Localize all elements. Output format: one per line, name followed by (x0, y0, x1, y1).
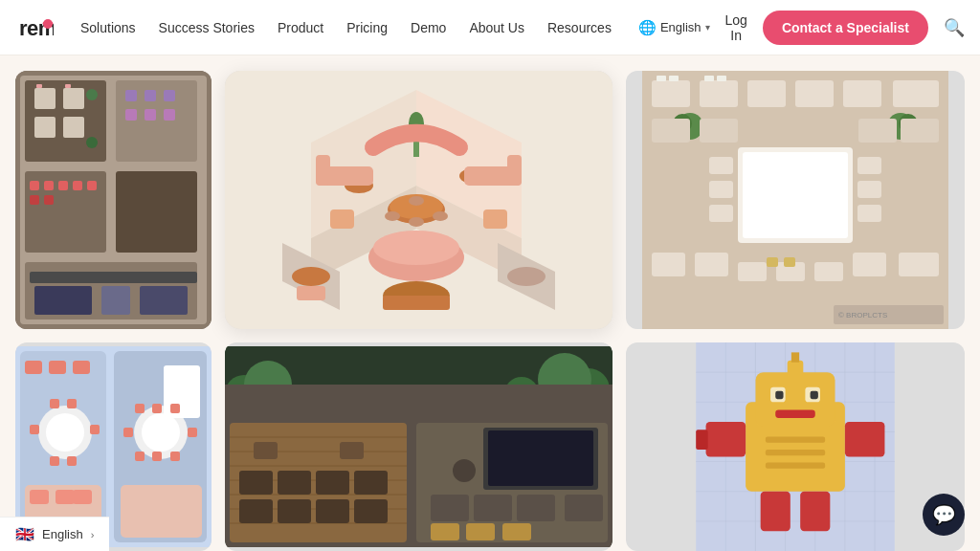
svg-rect-52 (316, 155, 330, 186)
svg-rect-193 (775, 410, 815, 418)
svg-point-41 (373, 231, 459, 265)
svg-rect-112 (50, 456, 59, 466)
svg-rect-61 (297, 286, 325, 300)
svg-rect-25 (44, 181, 54, 190)
nav-pricing[interactable]: Pricing (346, 20, 388, 35)
svg-rect-164 (517, 495, 555, 521)
svg-rect-90 (814, 262, 843, 281)
footer-language-bar[interactable]: 🇬🇧 English › (0, 517, 109, 551)
image-bottom-center[interactable] (225, 342, 612, 551)
content-grid: © BROPLCTS (0, 55, 980, 551)
svg-rect-121 (164, 365, 200, 418)
bottom-center-image (225, 342, 612, 551)
login-button[interactable]: Log In (725, 12, 747, 43)
chat-button[interactable]: 💬 (923, 494, 965, 536)
svg-rect-191 (775, 391, 783, 399)
svg-rect-103 (858, 119, 897, 143)
svg-rect-76 (704, 76, 714, 81)
svg-rect-198 (766, 437, 825, 443)
svg-rect-22 (145, 109, 156, 121)
logo[interactable]: rem (19, 11, 54, 45)
svg-point-60 (292, 267, 330, 286)
nav-success-stories[interactable]: Success Stories (159, 20, 255, 35)
svg-rect-161 (354, 499, 388, 523)
svg-rect-124 (170, 404, 180, 413)
svg-rect-125 (123, 428, 133, 437)
svg-rect-88 (738, 262, 767, 281)
svg-rect-54 (507, 155, 522, 186)
svg-rect-10 (34, 88, 56, 109)
svg-rect-98 (784, 257, 795, 267)
svg-rect-122 (135, 404, 145, 413)
svg-rect-101 (652, 119, 690, 143)
svg-rect-166 (254, 442, 278, 459)
nav-resources[interactable]: Resources (547, 20, 612, 35)
svg-rect-28 (87, 181, 97, 190)
nav-demo[interactable]: Demo (411, 20, 446, 35)
svg-point-16 (86, 89, 98, 100)
svg-text:© BROPLCTS: © BROPLCTS (838, 311, 887, 320)
svg-rect-85 (858, 205, 881, 222)
nav-about-us[interactable]: About Us (469, 20, 524, 35)
svg-rect-74 (657, 76, 666, 81)
nav-solutions[interactable]: Solutions (80, 20, 136, 35)
svg-rect-167 (340, 442, 364, 459)
image-top-left[interactable] (15, 71, 212, 329)
svg-rect-186 (706, 422, 746, 456)
svg-rect-83 (858, 157, 881, 174)
svg-rect-114 (30, 425, 39, 434)
chevron-down-icon: ▾ (705, 22, 710, 33)
svg-rect-15 (65, 84, 71, 88)
contact-specialist-button[interactable]: Contact a Specialist (763, 11, 928, 45)
svg-rect-197 (791, 352, 799, 362)
svg-point-45 (433, 211, 448, 221)
svg-rect-97 (767, 257, 778, 267)
svg-point-17 (86, 137, 98, 148)
svg-rect-86 (652, 253, 685, 276)
svg-rect-196 (788, 361, 804, 377)
svg-rect-195 (800, 492, 830, 532)
svg-rect-58 (483, 209, 507, 229)
svg-rect-169 (431, 523, 459, 540)
logo-icon: rem (19, 11, 54, 45)
svg-rect-155 (278, 471, 311, 495)
svg-rect-160 (316, 499, 349, 523)
svg-rect-153 (488, 430, 593, 486)
svg-rect-73 (893, 80, 939, 107)
svg-rect-192 (811, 391, 818, 399)
svg-rect-75 (669, 76, 679, 81)
svg-rect-11 (63, 88, 84, 109)
svg-rect-154 (239, 471, 273, 495)
svg-rect-170 (466, 523, 495, 540)
svg-rect-102 (700, 119, 738, 143)
svg-rect-31 (30, 272, 197, 283)
search-icon[interactable]: 🔍 (944, 17, 965, 38)
bottom-right-image (626, 342, 965, 551)
image-top-right[interactable]: © BROPLCTS (626, 71, 965, 329)
svg-rect-134 (73, 490, 92, 504)
language-selector[interactable]: 🌐 English ▾ (638, 19, 710, 36)
svg-rect-111 (67, 399, 77, 408)
svg-rect-29 (30, 195, 39, 205)
image-top-center[interactable] (225, 71, 612, 329)
svg-rect-87 (695, 253, 728, 276)
svg-rect-79 (743, 152, 848, 238)
svg-rect-32 (34, 286, 92, 315)
svg-rect-18 (125, 90, 137, 101)
flag-icon: 🇬🇧 (15, 525, 34, 543)
nav-product[interactable]: Product (278, 20, 323, 35)
svg-rect-126 (188, 428, 197, 437)
svg-rect-21 (125, 109, 137, 121)
svg-rect-117 (49, 361, 66, 374)
svg-rect-113 (67, 456, 77, 466)
svg-rect-127 (135, 452, 145, 461)
globe-icon: 🌐 (638, 19, 657, 36)
svg-rect-156 (316, 471, 349, 495)
svg-rect-70 (747, 80, 786, 107)
svg-rect-123 (152, 404, 162, 413)
svg-rect-12 (34, 117, 56, 138)
svg-point-120 (142, 413, 180, 452)
svg-rect-33 (101, 286, 130, 315)
svg-rect-199 (766, 450, 825, 455)
image-bottom-right[interactable] (626, 342, 965, 551)
